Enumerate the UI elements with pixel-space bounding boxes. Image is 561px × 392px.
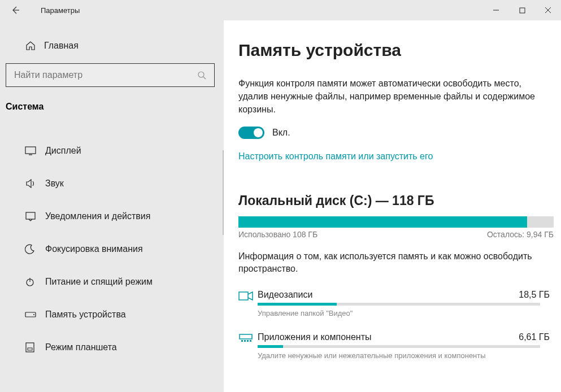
close-button[interactable]	[535, 0, 561, 20]
sidebar-item-sound[interactable]: Звук	[0, 167, 224, 200]
search-icon	[197, 71, 206, 80]
sidebar-nav: Дисплей Звук Уведомления и действия Фоку…	[0, 134, 224, 364]
sidebar-item-label: Память устройства	[45, 310, 126, 320]
minimize-button[interactable]	[483, 0, 509, 20]
title-bar: Параметры	[0, 0, 561, 20]
search-input[interactable]	[14, 70, 197, 80]
sidebar-item-focus[interactable]: Фокусировка внимания	[0, 233, 224, 265]
svg-rect-8	[28, 348, 32, 350]
sidebar-home-label: Главная	[44, 41, 79, 51]
storage-categories: Видеозаписи 18,5 ГБ Управление папкой "В…	[238, 290, 550, 360]
category-sub: Управление папкой "Видео"	[258, 309, 550, 317]
svg-point-6	[33, 314, 34, 315]
category-name: Видеозаписи	[258, 290, 312, 300]
sidebar-item-label: Уведомления и действия	[45, 211, 150, 221]
svg-rect-12	[244, 340, 246, 342]
disk-used-label: Использовано 108 ГБ	[238, 230, 318, 239]
display-icon	[25, 146, 37, 155]
category-videos[interactable]: Видеозаписи 18,5 ГБ Управление папкой "В…	[238, 290, 550, 317]
category-apps[interactable]: Приложения и компоненты 6,61 ГБ Удалите …	[238, 332, 550, 360]
storage-sense-toggle[interactable]	[238, 127, 264, 139]
sidebar-home[interactable]: Главная	[0, 33, 224, 59]
svg-rect-11	[241, 340, 243, 342]
toggle-label: Вкл.	[272, 128, 290, 138]
sidebar-item-tablet[interactable]: Режим планшета	[0, 331, 224, 364]
notifications-icon	[25, 211, 37, 221]
disk-usage-fill	[238, 216, 527, 228]
storage-icon	[25, 312, 37, 317]
disk-title: Локальный диск (C:) — 118 ГБ	[238, 193, 550, 208]
maximize-button[interactable]	[509, 0, 535, 20]
disk-free-label: Осталось: 9,94 ГБ	[487, 230, 554, 239]
category-size: 6,61 ГБ	[519, 332, 550, 342]
sound-icon	[25, 178, 37, 189]
home-icon	[25, 40, 37, 51]
svg-point-1	[198, 72, 204, 77]
back-button[interactable]	[8, 3, 23, 18]
sidebar: Главная Система Дисплей Звук Уведомления…	[0, 20, 224, 392]
disk-usage-bar	[238, 216, 554, 228]
tablet-icon	[25, 342, 37, 352]
search-box[interactable]	[6, 63, 215, 87]
sidebar-item-label: Режим планшета	[45, 342, 117, 352]
scroll-indicator[interactable]	[223, 150, 224, 235]
svg-rect-14	[250, 340, 251, 342]
sidebar-item-notifications[interactable]: Уведомления и действия	[0, 200, 224, 233]
svg-rect-2	[25, 147, 36, 154]
svg-rect-13	[247, 340, 249, 342]
category-size: 18,5 ГБ	[519, 290, 550, 300]
configure-storage-sense-link[interactable]: Настроить контроль памяти или запустить …	[238, 151, 433, 162]
sidebar-item-display[interactable]: Дисплей	[0, 134, 224, 167]
sidebar-item-label: Фокусировка внимания	[45, 244, 143, 254]
sidebar-item-storage[interactable]: Память устройства	[0, 298, 224, 331]
storage-sense-description: Функция контроля памяти может автоматиче…	[238, 77, 550, 116]
svg-rect-7	[26, 343, 34, 352]
disk-description: Информация о том, как используется памят…	[238, 250, 543, 276]
sidebar-item-label: Дисплей	[45, 146, 81, 156]
apps-icon	[238, 333, 258, 345]
power-icon	[25, 277, 37, 287]
svg-rect-0	[520, 8, 525, 13]
sidebar-item-label: Звук	[45, 178, 64, 189]
svg-rect-9	[239, 292, 248, 300]
category-bar	[258, 303, 540, 306]
svg-rect-3	[26, 212, 35, 219]
sidebar-category: Система	[0, 96, 224, 119]
sidebar-item-label: Питание и спящий режим	[45, 277, 153, 287]
content-pane: Память устройства Функция контроля памят…	[224, 20, 561, 392]
video-icon	[238, 291, 258, 301]
category-name: Приложения и компоненты	[258, 332, 371, 342]
sidebar-item-power[interactable]: Питание и спящий режим	[0, 265, 224, 298]
category-sub: Удалите ненужные или нежелательные прило…	[258, 351, 550, 360]
category-bar	[258, 345, 540, 348]
window-title: Параметры	[41, 6, 80, 15]
moon-icon	[25, 244, 37, 254]
svg-rect-10	[240, 334, 252, 339]
page-title: Память устройства	[238, 41, 550, 60]
